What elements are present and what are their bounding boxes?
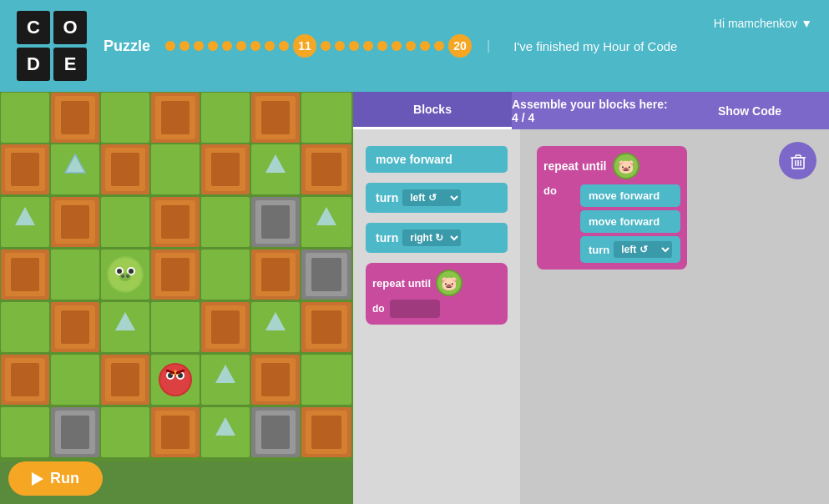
assembled-turn-label: turn [589,244,609,256]
assembled-move-forward-1[interactable]: move forward [580,184,680,207]
dot-r7 [406,41,416,51]
finished-text: I've finished my Hour of Code [513,39,677,53]
dot-4 [208,41,218,51]
svg-rect-77 [161,258,190,291]
tile-row-2 [1,197,351,247]
assembled-repeat-label: repeat until [543,159,606,173]
dot-3 [194,41,204,51]
move-forward-label: move forward [376,153,452,166]
dot-r5 [377,41,387,51]
turn-right-block[interactable]: turn right ↻ left ↺ [366,223,508,253]
play-icon [32,472,43,486]
trash-button[interactable] [779,142,816,179]
turn-left-block[interactable]: turn left ↺ right ↻ [366,183,508,213]
logo-d: D [17,48,50,81]
svg-rect-99 [311,310,341,344]
svg-rect-138 [311,416,341,449]
logo[interactable]: C O D E [17,11,87,81]
svg-rect-15 [1,93,49,143]
svg-point-74 [126,275,129,278]
assembled-repeat-header: repeat until 🐷 [543,153,680,179]
puzzle-label: Puzzle [104,38,150,55]
svg-rect-106 [111,363,139,396]
pig-icon-assembled: 🐷 [613,153,639,179]
main-content: Run Blocks Assemble your blocks here: 4 … [0,92,829,504]
svg-rect-122 [301,355,351,405]
svg-rect-55 [201,197,250,247]
svg-rect-123 [1,407,49,457]
tile-row-6 [1,407,351,457]
available-blocks-palette: move forward turn left ↺ right ↻ turn ri… [353,129,520,504]
user-text: Hi mamchenkov [714,17,797,30]
svg-rect-58 [261,205,290,239]
svg-rect-126 [61,416,89,449]
turn-right-label: turn [376,231,398,244]
tile-row-3 [1,249,351,300]
svg-rect-121 [261,363,290,396]
assembled-turn-dropdown[interactable]: left ↺ right ↻ [614,241,672,258]
dot-r8 [420,41,430,51]
svg-rect-45 [311,153,341,186]
tile-row-4 [1,302,351,352]
run-label: Run [50,470,79,487]
trash-icon [789,152,807,170]
logo-o: O [53,11,87,44]
user-area[interactable]: Hi mamchenkov ▼ [714,17,812,30]
logo-c: C [17,11,50,44]
assembly-area: repeat until 🐷 do move forward move forw… [520,129,829,504]
dot-8 [265,41,275,51]
tile-row-0 [1,93,351,143]
svg-point-70 [117,269,122,274]
svg-rect-54 [161,205,190,239]
tab-show-code[interactable]: Show Code [670,92,829,129]
do-label-avail: do [372,303,385,315]
svg-rect-18 [61,101,89,134]
svg-point-72 [119,273,131,281]
assembled-do-blocks: move forward move forward turn left ↺ ri… [580,184,680,263]
tile-row-5 [1,355,351,405]
active-dot-20[interactable]: 20 [448,34,472,58]
assembled-move-forward-2[interactable]: move forward [580,210,680,233]
svg-rect-78 [201,249,250,300]
tab-blocks[interactable]: Blocks [353,92,512,129]
svg-rect-37 [151,144,200,194]
active-dot-11[interactable]: 11 [293,34,316,58]
svg-rect-103 [51,355,99,405]
logo-e: E [53,48,87,81]
svg-rect-85 [1,302,49,352]
dropdown-icon: ▼ [801,17,812,30]
svg-rect-88 [61,310,89,344]
dot-1 [165,41,175,51]
tab-assemble[interactable]: Assemble your blocks here: 4 / 4 [512,92,670,129]
assembled-do-label: do [543,184,557,197]
tab-show-code-label: Show Code [718,104,781,118]
game-area: Run [0,92,353,504]
svg-rect-81 [261,258,290,291]
assembled-move-forward-2-label: move forward [589,215,660,228]
puzzle-area: Puzzle 11 20 | I've fini [104,34,812,58]
repeat-until-label: repeat until [372,277,431,290]
dot-2 [179,41,190,51]
svg-rect-64 [51,249,99,300]
svg-rect-84 [311,258,341,291]
repeat-until-block[interactable]: repeat until 🐷 do [366,263,508,325]
svg-rect-19 [101,93,149,143]
assembled-repeat-block: repeat until 🐷 do move forward move forw… [537,146,687,270]
dot-r2 [335,41,345,51]
svg-point-73 [121,275,124,278]
svg-rect-22 [161,101,190,134]
assembled-turn-left[interactable]: turn left ↺ right ↻ [580,236,680,263]
svg-point-109 [160,365,190,395]
svg-rect-91 [151,302,200,352]
tile-row-1 [1,144,351,194]
assembled-move-forward-1-label: move forward [589,189,660,202]
dot-r9 [434,41,444,51]
game-canvas [0,92,353,461]
move-forward-block[interactable]: move forward [366,146,508,173]
svg-rect-127 [101,407,149,457]
turn-left-dropdown[interactable]: left ↺ right ↻ [402,189,461,206]
turn-right-dropdown[interactable]: right ↻ left ↺ [402,229,461,246]
run-button[interactable]: Run [8,461,103,496]
dot-r6 [392,41,402,51]
svg-rect-50 [61,205,89,239]
